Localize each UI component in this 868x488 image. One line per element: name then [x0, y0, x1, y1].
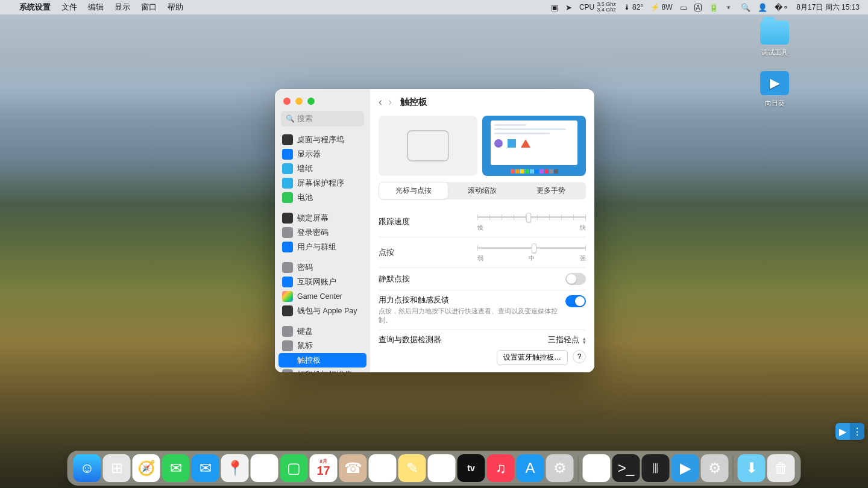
dock-trash[interactable]: 🗑 [767, 454, 795, 482]
sidebar-item[interactable]: 打印机与扫描仪 [278, 368, 366, 372]
click-slider[interactable] [477, 242, 586, 253]
minimize-button[interactable] [295, 98, 303, 105]
sidebar-item[interactable]: Game Center [278, 289, 366, 304]
sidebar-item[interactable]: 密码 [278, 260, 366, 275]
menu-edit[interactable]: 编辑 [88, 2, 104, 13]
input-icon[interactable]: A [694, 4, 702, 11]
close-button[interactable] [283, 98, 291, 105]
tabs: 光标与点按 滚动缩放 更多手势 [379, 182, 586, 199]
dock-mail[interactable]: ✉ [192, 454, 219, 482]
row-tracking-speed: 跟踪速度 慢快 [379, 207, 586, 237]
dock-photos[interactable]: ❀ [251, 454, 278, 482]
dock-sunflower[interactable]: ▶ [671, 454, 699, 482]
sunflower-icon: ▶ [760, 71, 789, 95]
tab-scroll-zoom[interactable]: 滚动缩放 [448, 183, 517, 199]
clock[interactable]: 8月17日 周六 15:13 [796, 2, 860, 13]
tab-point-click[interactable]: 光标与点按 [379, 183, 448, 199]
user-icon[interactable]: 👤 [758, 3, 767, 12]
dock-gear[interactable]: ⚙ [701, 454, 729, 482]
nav-back[interactable]: ‹ [379, 96, 382, 108]
dock-launchpad[interactable]: ⊞ [103, 454, 131, 482]
trackpad-preview [379, 116, 477, 176]
sidebar-item[interactable]: 触控板 [278, 353, 366, 368]
screenrec-icon[interactable]: ▣ [551, 3, 558, 12]
dock-notes[interactable]: ✎ [398, 454, 426, 482]
sidebar-item[interactable]: 桌面与程序坞 [278, 133, 366, 147]
row-lookup: 查询与数据检测器 三指轻点 ▴▾ [379, 330, 586, 345]
arrow-icon[interactable]: ➤ [565, 3, 572, 12]
stage-icon[interactable]: ▭ [680, 3, 687, 12]
settings-window: 🔍 搜索 桌面与程序坞显示器墙纸屏幕保护程序电池锁定屏幕登录密码用户与群组密码互… [275, 89, 594, 372]
dock-settings[interactable]: ⚙ [546, 454, 574, 482]
dock-safari[interactable]: 🧭 [133, 454, 160, 482]
wifi-icon[interactable]: ᯤ [726, 3, 734, 12]
row-click-strength: 点按 弱中强 [379, 237, 586, 268]
content-pane: ‹ › 触控板 [370, 89, 594, 372]
dock-messages[interactable]: ✉ [162, 454, 190, 482]
desktop-app-sunflower[interactable]: ▶ 向日葵 [753, 71, 796, 108]
sidebar-item[interactable]: 鼠标 [278, 339, 366, 353]
dock-downloads[interactable]: ⬇ [738, 454, 766, 482]
sidebar-item[interactable]: 屏幕保护程序 [278, 176, 366, 190]
menu-view[interactable]: 显示 [115, 2, 130, 13]
bluetooth-trackpad-button[interactable]: 设置蓝牙触控板… [497, 350, 568, 365]
dock: ☺⊞🧭✉✉📍❀▢8月17☎☰✎〰tv♫A⚙⌘>_⫴▶⚙⬇🗑 [68, 451, 801, 486]
dock-reminders[interactable]: ☰ [369, 454, 397, 482]
menu-help[interactable]: 帮助 [168, 2, 183, 13]
menu-window[interactable]: 窗口 [141, 2, 157, 13]
temp-meter[interactable]: 🌡 82° [623, 3, 644, 11]
dock-terminal[interactable]: >_ [612, 454, 640, 482]
sidebar-item[interactable]: 登录密码 [278, 225, 366, 240]
sidebar: 🔍 搜索 桌面与程序坞显示器墙纸屏幕保护程序电池锁定屏幕登录密码用户与群组密码互… [275, 89, 370, 372]
dock-facetime[interactable]: ▢ [280, 454, 308, 482]
control-center-icon[interactable]: �⚬ [775, 3, 789, 12]
sidebar-item[interactable]: 用户与群组 [278, 240, 366, 254]
search-icon[interactable]: 🔍 [741, 3, 750, 12]
dock-calendar[interactable]: 8月17 [310, 454, 338, 482]
sidebar-item[interactable]: 电池 [278, 190, 366, 205]
dock-music[interactable]: ♫ [487, 454, 515, 482]
dock-freeform[interactable]: 〰 [428, 454, 456, 482]
dock-contacts[interactable]: ☎ [339, 454, 367, 482]
search-icon: 🔍 [286, 114, 295, 123]
dock-appstore[interactable]: A [517, 454, 544, 482]
menu-file[interactable]: 文件 [61, 2, 77, 13]
nav-forward: › [388, 96, 392, 108]
sidebar-item[interactable]: 显示器 [278, 147, 366, 161]
cpu-meter[interactable]: CPU 3.5 Ghz 3.4 Ghz [579, 2, 616, 13]
page-title: 触控板 [400, 96, 427, 108]
sidebar-item[interactable]: 键盘 [278, 324, 366, 339]
row-silent-click: 静默点按 [379, 268, 586, 290]
search-input[interactable]: 🔍 搜索 [281, 111, 364, 127]
help-button[interactable]: ? [573, 350, 586, 363]
silent-click-toggle[interactable] [565, 273, 586, 285]
lookup-select[interactable]: 三指轻点 ▴▾ [548, 335, 586, 345]
sidebar-item[interactable]: 互联网账户 [278, 275, 366, 289]
window-controls [275, 89, 370, 111]
dock-maps[interactable]: 📍 [221, 454, 249, 482]
row-force-click: 用力点按和触感反馈 点按，然后用力地按下以进行快速查看、查询以及变速媒体控制。 [379, 290, 586, 330]
tracking-slider[interactable] [477, 211, 586, 222]
dock-finder[interactable]: ☺ [74, 454, 101, 482]
desktop-folder-debug[interactable]: 调试工具 [753, 20, 796, 57]
zoom-button[interactable] [307, 98, 315, 105]
sidebar-item[interactable]: 钱包与 Apple Pay [278, 304, 366, 318]
dock-tv[interactable]: tv [458, 454, 485, 482]
gesture-preview [482, 116, 586, 176]
dock-stats[interactable]: ⫴ [642, 454, 670, 482]
force-click-toggle[interactable] [565, 295, 586, 307]
sidebar-item[interactable]: 锁定屏幕 [278, 211, 366, 225]
app-menu[interactable]: 系统设置 [19, 2, 51, 13]
remote-widget[interactable]: ▶⋮ [835, 423, 864, 440]
sidebar-item[interactable]: 墙纸 [278, 161, 366, 176]
dock-diag[interactable]: ⌘ [583, 454, 611, 482]
menubar: 系统设置 文件 编辑 显示 窗口 帮助 ▣ ➤ CPU 3.5 Ghz 3.4 … [0, 0, 868, 14]
tab-more-gestures[interactable]: 更多手势 [517, 183, 585, 199]
power-meter[interactable]: ⚡ 8W [650, 3, 672, 11]
battery-icon[interactable]: 🔋 [709, 3, 719, 12]
